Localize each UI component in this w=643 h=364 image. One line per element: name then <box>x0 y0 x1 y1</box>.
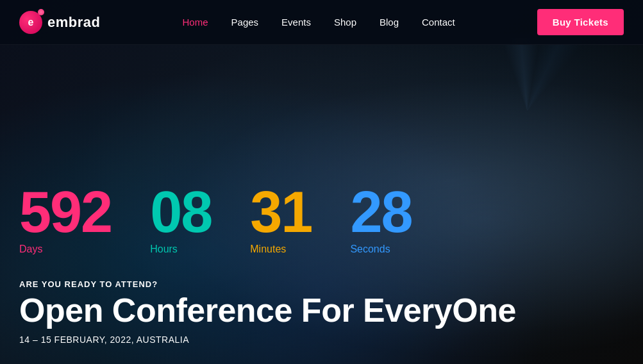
event-date: 14 – 15 FEBRUARY, 2022, AUSTRALIA <box>19 335 624 345</box>
hours-value: 08 <box>150 183 212 241</box>
event-title: Open Conference For EveryOne <box>19 293 624 328</box>
logo-letter: e <box>28 17 34 28</box>
nav-contact[interactable]: Contact <box>422 17 455 28</box>
nav-blog[interactable]: Blog <box>380 17 399 28</box>
logo-area: e embrad <box>19 11 100 34</box>
countdown-timer: 592 Days 08 Hours 31 Minutes 28 Seconds <box>19 183 624 255</box>
navbar: e embrad Home Pages Events Shop Blog Con… <box>0 0 643 45</box>
seconds-label: Seconds <box>350 244 390 255</box>
minutes-label: Minutes <box>250 244 286 255</box>
buy-tickets-button[interactable]: Buy Tickets <box>537 9 624 35</box>
minutes-value: 31 <box>250 183 312 241</box>
nav-events[interactable]: Events <box>281 17 311 28</box>
countdown-hours: 08 Hours <box>150 183 212 255</box>
nav-shop[interactable]: Shop <box>334 17 356 28</box>
days-value: 592 <box>19 183 112 241</box>
event-section: ARE YOU READY TO ATTEND? Open Conference… <box>19 279 624 345</box>
nav-pages[interactable]: Pages <box>231 17 259 28</box>
countdown-days: 592 Days <box>19 183 112 255</box>
hours-label: Hours <box>150 244 178 255</box>
days-label: Days <box>19 244 42 255</box>
nav-home[interactable]: Home <box>183 17 208 28</box>
event-pretitle: ARE YOU READY TO ATTEND? <box>19 279 624 289</box>
seconds-value: 28 <box>350 183 412 241</box>
nav-links: Home Pages Events Shop Blog Contact <box>183 17 455 28</box>
main-content: 592 Days 08 Hours 31 Minutes 28 Seconds … <box>0 45 643 364</box>
countdown-minutes: 31 Minutes <box>250 183 312 255</box>
countdown-seconds: 28 Seconds <box>350 183 412 255</box>
logo-icon: e <box>19 11 42 34</box>
logo-text: embrad <box>47 14 100 31</box>
